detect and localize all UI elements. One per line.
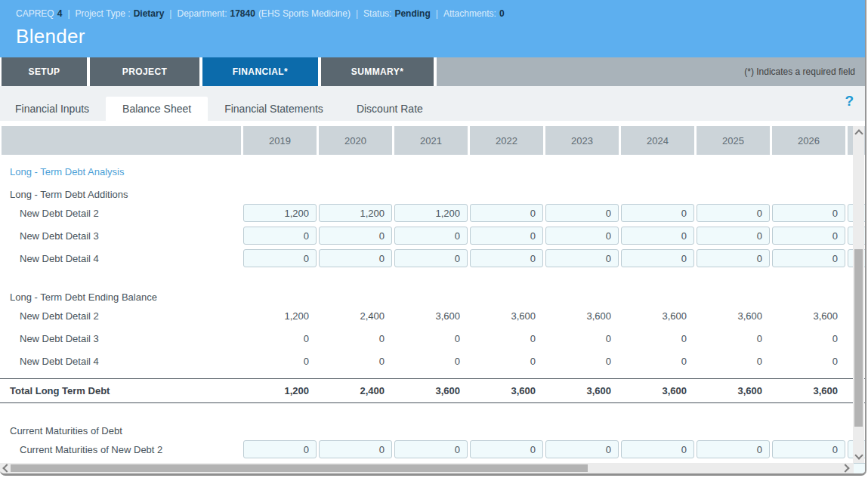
value-cell: 3,600 xyxy=(394,310,468,322)
scroll-up-icon[interactable] xyxy=(854,129,863,137)
value-input[interactable] xyxy=(319,249,392,267)
horizontal-scrollbar-thumb[interactable] xyxy=(11,464,588,472)
sub-tabs: Financial InputsBalance SheetFinancial S… xyxy=(0,86,865,121)
value-cell: 3,600 xyxy=(470,310,543,322)
value-cell xyxy=(697,440,770,458)
meta-value: 4 xyxy=(57,8,63,19)
value-input[interactable] xyxy=(772,249,845,267)
value-input[interactable] xyxy=(243,227,317,245)
value-input[interactable] xyxy=(621,204,694,222)
value-cell xyxy=(319,204,392,222)
value-input[interactable] xyxy=(243,440,317,458)
value-input[interactable] xyxy=(319,227,392,245)
horizontal-scrollbar[interactable] xyxy=(0,463,854,473)
value-input[interactable] xyxy=(545,227,619,245)
scroll-right-icon[interactable] xyxy=(841,464,849,472)
total-row: Total Long Term Debt1,2002,4003,6003,600… xyxy=(0,378,866,403)
value-input[interactable] xyxy=(697,204,770,222)
value-cell: 3,600 xyxy=(697,385,770,396)
value-cell: 2,400 xyxy=(319,385,392,396)
input-row: Current Maturities of New Debt 2 xyxy=(0,438,866,461)
year-header-row: 20192020202120222023202420252026 xyxy=(2,126,866,155)
value-input[interactable] xyxy=(772,440,845,458)
tab-summary[interactable]: SUMMARY* xyxy=(321,57,434,86)
value-input[interactable] xyxy=(243,204,317,222)
row-label: Current Maturities of Debt xyxy=(0,425,243,436)
value-cell: 0 xyxy=(470,333,543,344)
value-cell: 0 xyxy=(394,333,468,344)
meta-value: Pending xyxy=(394,8,430,19)
vertical-scrollbar[interactable] xyxy=(853,126,864,463)
value-cell xyxy=(243,227,317,245)
required-note: (*) Indicates a required field xyxy=(744,66,855,77)
value-input[interactable] xyxy=(772,227,845,245)
value-cell xyxy=(545,249,619,267)
tab-financial[interactable]: FINANCIAL* xyxy=(202,57,318,86)
value-cell: 0 xyxy=(772,333,845,344)
subtab-financial-inputs[interactable]: Financial Inputs xyxy=(0,97,106,121)
meta-suffix: (EHS Sports Medicine) xyxy=(258,8,351,19)
value-cell: 0 xyxy=(545,356,619,367)
meta-separator: | xyxy=(436,8,438,19)
meta-label: Department: xyxy=(177,8,227,19)
year-header-cell: 2020 xyxy=(319,126,392,155)
value-cell: 0 xyxy=(319,356,392,367)
value-input[interactable] xyxy=(545,204,619,222)
section-row: Current Maturities of Debt xyxy=(0,423,866,438)
value-cell: 0 xyxy=(243,333,317,344)
year-header-cell: 2023 xyxy=(545,126,619,155)
value-input[interactable] xyxy=(394,227,468,245)
value-input[interactable] xyxy=(470,440,543,458)
value-input[interactable] xyxy=(621,249,694,267)
scroll-down-icon[interactable] xyxy=(854,451,863,459)
value-cell: 1,200 xyxy=(243,310,317,322)
scroll-left-icon[interactable] xyxy=(2,464,11,472)
input-row: New Debt Detail 2 xyxy=(0,202,866,224)
value-input[interactable] xyxy=(697,227,770,245)
year-header-cell: 2021 xyxy=(394,126,468,155)
tab-project[interactable]: PROJECT xyxy=(90,57,199,86)
value-input[interactable] xyxy=(319,204,392,222)
value-cell: 0 xyxy=(772,356,845,367)
row-label: Current Maturities of New Debt 2 xyxy=(0,444,243,455)
meta-segment: CAPREQ4 xyxy=(16,8,62,19)
value-input[interactable] xyxy=(394,204,468,222)
subtab-discount-rate[interactable]: Discount Rate xyxy=(340,97,440,121)
subtab-balance-sheet[interactable]: Balance Sheet xyxy=(106,97,208,121)
value-input[interactable] xyxy=(470,227,543,245)
value-input[interactable] xyxy=(394,440,468,458)
value-cell xyxy=(697,204,770,222)
section-row: Long - Term Debt Additions xyxy=(0,187,866,202)
value-input[interactable] xyxy=(545,440,619,458)
value-input[interactable] xyxy=(243,249,317,267)
vertical-scrollbar-thumb[interactable] xyxy=(854,249,863,427)
value-input[interactable] xyxy=(470,249,543,267)
value-cell xyxy=(470,249,543,267)
value-input[interactable] xyxy=(319,440,392,458)
tab-setup[interactable]: SETUP xyxy=(2,57,87,86)
value-cell xyxy=(621,204,694,222)
section-row: Long - Term Debt Ending Balance xyxy=(0,289,866,304)
static-row: New Debt Detail 21,2002,4003,6003,6003,6… xyxy=(0,304,866,327)
row-label: New Debt Detail 3 xyxy=(0,333,243,344)
value-input[interactable] xyxy=(545,249,619,267)
year-header-cell: 2024 xyxy=(621,126,694,155)
value-input[interactable] xyxy=(621,440,694,458)
value-input[interactable] xyxy=(772,204,845,222)
value-cell xyxy=(394,227,468,245)
help-icon[interactable]: ? xyxy=(845,93,854,109)
value-cell xyxy=(470,204,543,222)
value-cell xyxy=(772,204,845,222)
meta-label: CAPREQ xyxy=(16,8,54,19)
year-header-cell: 2025 xyxy=(697,126,770,155)
value-cell: 2,400 xyxy=(319,310,392,322)
value-input[interactable] xyxy=(697,249,770,267)
value-cell xyxy=(772,249,845,267)
year-header-cell: 2019 xyxy=(243,126,317,155)
subtab-financial-statements[interactable]: Financial Statements xyxy=(208,97,340,121)
value-input[interactable] xyxy=(470,204,543,222)
value-input[interactable] xyxy=(394,249,468,267)
section-link[interactable]: Long - Term Debt Analysis xyxy=(0,166,243,177)
value-input[interactable] xyxy=(621,227,694,245)
value-input[interactable] xyxy=(697,440,770,458)
